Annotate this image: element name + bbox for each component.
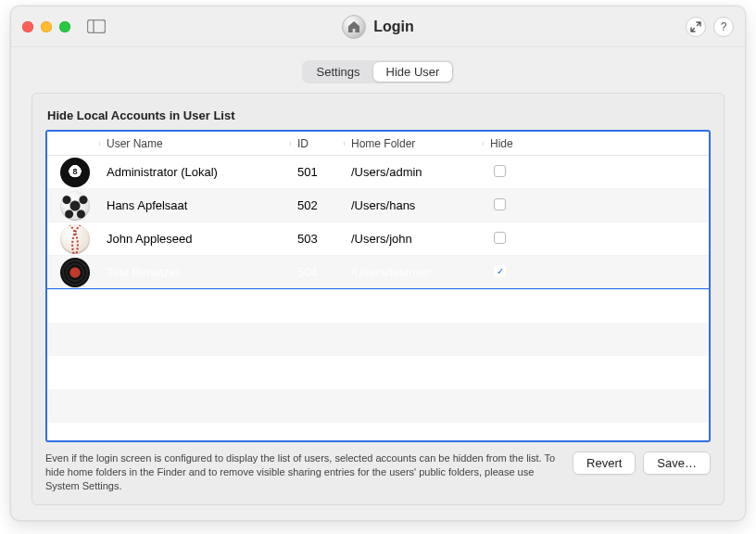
window-title-area: Login bbox=[11, 15, 745, 39]
sidebar-toggle-button[interactable] bbox=[87, 19, 106, 33]
help-button[interactable]: ? bbox=[713, 17, 734, 37]
table-body: Administrator (Lokal)501/Users/adminHans… bbox=[47, 156, 709, 440]
cell-username: Test Benutzer bbox=[99, 265, 290, 279]
hide-checkbox[interactable] bbox=[494, 265, 506, 277]
collapse-button[interactable] bbox=[686, 17, 706, 37]
hide-checkbox[interactable] bbox=[494, 165, 506, 177]
table-row[interactable]: Administrator (Lokal)501/Users/admin bbox=[47, 156, 709, 189]
minimize-window-button[interactable] bbox=[41, 21, 52, 32]
content-card: Hide Local Accounts in User List User Na… bbox=[32, 93, 724, 505]
segmented-control: Settings Hide User bbox=[302, 60, 455, 83]
table-row[interactable]: John Appleseed503/Users/john bbox=[47, 222, 709, 256]
revert-button[interactable]: Revert bbox=[573, 451, 636, 475]
user-avatar bbox=[60, 258, 90, 287]
cell-username: Administrator (Lokal) bbox=[99, 165, 290, 179]
hide-checkbox[interactable] bbox=[494, 232, 506, 244]
cell-id: 502 bbox=[290, 198, 344, 212]
section-title: Hide Local Accounts in User List bbox=[47, 108, 711, 122]
footer-note: Even if the login screen is configured t… bbox=[45, 451, 561, 493]
zoom-window-button[interactable] bbox=[59, 21, 70, 32]
cell-username: John Appleseed bbox=[99, 232, 290, 246]
cell-id: 503 bbox=[290, 232, 344, 246]
window-controls bbox=[22, 21, 70, 32]
svg-rect-0 bbox=[88, 20, 106, 33]
user-avatar bbox=[60, 191, 90, 221]
tab-bar: Settings Hide User bbox=[11, 47, 745, 93]
table-header: User Name ID Home Folder Hide bbox=[47, 132, 709, 156]
tab-settings[interactable]: Settings bbox=[304, 62, 373, 82]
window-title: Login bbox=[373, 19, 414, 35]
column-header-hide[interactable]: Hide bbox=[483, 137, 523, 150]
user-avatar bbox=[60, 158, 90, 187]
column-header-home[interactable]: Home Folder bbox=[344, 137, 483, 150]
save-button[interactable]: Save… bbox=[643, 451, 711, 475]
column-header-username[interactable]: User Name bbox=[99, 137, 290, 150]
cell-home: /Users/testuser bbox=[344, 265, 483, 279]
app-window: Login ? Settings Hide User Hide Local Ac… bbox=[10, 6, 746, 521]
titlebar: Login ? bbox=[11, 6, 745, 47]
table-row[interactable]: Hans Apfelsaat502/Users/hans bbox=[47, 189, 709, 222]
cell-username: Hans Apfelsaat bbox=[99, 198, 290, 212]
close-window-button[interactable] bbox=[22, 21, 33, 32]
question-mark-icon: ? bbox=[721, 20, 727, 33]
tab-hide-user[interactable]: Hide User bbox=[373, 62, 453, 82]
sidebar-icon bbox=[87, 19, 106, 33]
table-row[interactable]: Test Benutzer504/Users/testuser bbox=[47, 256, 709, 289]
home-icon bbox=[346, 19, 361, 34]
footer: Even if the login screen is configured t… bbox=[45, 451, 711, 493]
cell-id: 504 bbox=[290, 265, 344, 279]
app-icon bbox=[342, 15, 366, 39]
arrows-in-icon bbox=[690, 21, 701, 32]
hide-checkbox[interactable] bbox=[494, 198, 506, 210]
cell-home: /Users/john bbox=[344, 232, 483, 246]
column-header-id[interactable]: ID bbox=[290, 137, 344, 150]
cell-home: /Users/hans bbox=[344, 198, 483, 212]
cell-id: 501 bbox=[290, 165, 344, 179]
users-table: User Name ID Home Folder Hide Administra… bbox=[45, 130, 711, 442]
user-avatar bbox=[60, 224, 90, 254]
cell-home: /Users/admin bbox=[344, 165, 483, 179]
